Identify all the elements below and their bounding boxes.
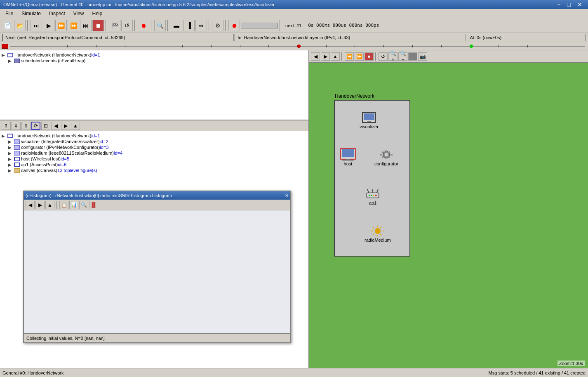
layout3-button[interactable]: ⇔ bbox=[195, 20, 207, 31]
canvas-zoom-out[interactable]: 🔍− bbox=[398, 52, 407, 61]
inspect-nav-up[interactable]: ▲ bbox=[71, 122, 80, 130]
fast-run-button[interactable]: ⏩ bbox=[55, 20, 67, 31]
close-button[interactable]: ✕ bbox=[575, 1, 585, 8]
open-button[interactable]: 📂 bbox=[14, 20, 26, 31]
svg-rect-10 bbox=[386, 157, 387, 159]
mod-icon-2 bbox=[14, 145, 20, 150]
tree-id-link[interactable]: id=1 bbox=[91, 52, 100, 57]
insp-item-6[interactable]: ▶ canvas (cCanvas) 13 toplevel figure(s) bbox=[2, 167, 307, 173]
insp-item-1[interactable]: ▶ visualizer (IntegratedCanvasVisualizer… bbox=[2, 139, 307, 144]
insp-link-3[interactable]: id=4 bbox=[114, 151, 122, 156]
svg-point-21 bbox=[369, 195, 370, 196]
until-button[interactable]: ⏭ bbox=[80, 20, 92, 31]
hist-copy[interactable]: 📋 bbox=[59, 201, 68, 209]
timeline-marker-green bbox=[470, 45, 473, 48]
canvas-anim1[interactable]: ⏪ bbox=[345, 52, 354, 61]
canvas-icon bbox=[14, 168, 20, 173]
node-visualizer[interactable]: visualizer bbox=[360, 111, 379, 129]
insp-item-5[interactable]: ▶ ap1 (AccessPoint) id=6 bbox=[2, 162, 307, 167]
hist-nav-fwd[interactable]: ▶ bbox=[35, 201, 45, 209]
node-host-label: host bbox=[344, 161, 353, 166]
insp-item-0[interactable]: ▶ HandoverNetwork (HandoverNetwork) id=1 bbox=[2, 133, 307, 139]
insp-link-2[interactable]: id=3 bbox=[100, 145, 108, 150]
canvas-refresh[interactable]: ↺ bbox=[379, 52, 388, 61]
status-left: General #0: HandoverNetwork bbox=[2, 370, 64, 375]
stop-button[interactable]: ⏹ bbox=[92, 20, 104, 31]
menu-inspect[interactable]: Inspect bbox=[45, 9, 69, 18]
svg-rect-12 bbox=[390, 154, 393, 156]
express-button[interactable]: ⏩ bbox=[68, 20, 79, 31]
timeline-marker-red bbox=[297, 45, 301, 48]
insp-link-5[interactable]: id=6 bbox=[58, 162, 66, 167]
canvas-anim2[interactable]: ⏩ bbox=[355, 52, 364, 61]
object-tree[interactable]: ▶ HandoverNetwork (HandoverNetwork) id=1… bbox=[0, 50, 308, 120]
record-button[interactable]: ⏺ bbox=[138, 20, 149, 31]
run-button[interactable]: ▶ bbox=[43, 20, 54, 31]
svg-point-24 bbox=[375, 195, 376, 196]
insp-link-1[interactable]: id=2 bbox=[100, 139, 108, 144]
flag-button[interactable]: 🏁 bbox=[109, 20, 120, 31]
inspect-btn4[interactable]: ⟳ bbox=[31, 122, 40, 130]
tree-arrow: ▶ bbox=[2, 53, 7, 57]
inspect-btn5[interactable]: ⊡ bbox=[41, 122, 50, 130]
insp-link-4[interactable]: id=5 bbox=[61, 156, 69, 161]
inspect-nav-back[interactable]: ◀ bbox=[51, 122, 60, 130]
insp-item-3[interactable]: ▶ radioMedium (Ieee80211ScalarRadioMediu… bbox=[2, 150, 307, 156]
menu-file[interactable]: File bbox=[2, 9, 17, 18]
menu-simulate[interactable]: Simulate bbox=[18, 9, 45, 18]
svg-rect-4 bbox=[342, 149, 354, 157]
hist-search[interactable]: 🔍 bbox=[79, 201, 88, 209]
network-box: HandoverNetwork visualizer bbox=[334, 100, 410, 257]
canvas-color[interactable] bbox=[408, 52, 417, 61]
node-configurator[interactable]: configurator bbox=[374, 148, 398, 166]
canvas-screenshot[interactable]: 📷 bbox=[418, 52, 427, 61]
time-display: 0s 000ms 000us 000ns 000ps bbox=[306, 23, 381, 28]
insp-link-0[interactable]: id=1 bbox=[91, 133, 100, 138]
new-button[interactable]: 📄 bbox=[2, 20, 13, 31]
tree-arrow-events: ▶ bbox=[8, 59, 14, 63]
tree-item-handover[interactable]: ▶ HandoverNetwork (HandoverNetwork) id=1 bbox=[2, 52, 307, 58]
inspect-btn3[interactable]: ⇧ bbox=[21, 122, 31, 130]
reload-button[interactable]: ↺ bbox=[121, 20, 133, 31]
canvas-nav-back[interactable]: ◀ bbox=[311, 52, 320, 61]
maximize-button[interactable]: □ bbox=[565, 1, 573, 8]
node-ap1[interactable]: ap1 bbox=[365, 187, 381, 205]
inspect-btn2[interactable]: ⇓ bbox=[12, 122, 21, 130]
canvas-nav-up[interactable]: ▲ bbox=[331, 52, 340, 61]
inspect-nav-fwd[interactable]: ▶ bbox=[61, 122, 70, 130]
minimize-button[interactable]: − bbox=[555, 1, 563, 8]
inspect-btn1[interactable]: ⇑ bbox=[2, 122, 11, 130]
menu-view[interactable]: View bbox=[70, 9, 88, 18]
svg-line-33 bbox=[380, 234, 381, 235]
settings-button[interactable]: ⚙ bbox=[212, 20, 223, 31]
hist-bar-chart[interactable]: ▐▌ bbox=[89, 201, 98, 209]
hist-chart[interactable]: 📊 bbox=[69, 201, 78, 209]
status-right: Msg stats: 5 scheduled / 41 existing / 4… bbox=[489, 370, 586, 375]
hist-nav-back[interactable]: ◀ bbox=[26, 201, 35, 209]
svg-rect-9 bbox=[386, 150, 387, 152]
svg-rect-2 bbox=[367, 121, 371, 122]
canvas-nav-fwd[interactable]: ▶ bbox=[321, 52, 330, 61]
canvas-stop-btn[interactable]: ■ bbox=[365, 52, 374, 61]
canvas-zoom-in[interactable]: 🔍+ bbox=[388, 52, 397, 61]
mod-icon-3 bbox=[14, 151, 20, 156]
layout2-button[interactable]: ▐ bbox=[183, 20, 195, 31]
menu-help[interactable]: Help bbox=[89, 9, 106, 18]
svg-line-31 bbox=[380, 227, 381, 228]
insp-link-6[interactable]: 13 toplevel figure(s) bbox=[57, 168, 97, 173]
svg-line-32 bbox=[373, 234, 374, 235]
insp-item-4[interactable]: ▶ host (WirelessHost) id=5 bbox=[2, 156, 307, 162]
node-host[interactable]: host bbox=[340, 148, 356, 166]
canvas-area[interactable]: HandoverNetwork visualizer bbox=[309, 63, 588, 368]
layout1-button[interactable]: ▬ bbox=[171, 20, 182, 31]
tree-item-events[interactable]: ▶ scheduled-events (cEventHeap) bbox=[2, 58, 307, 64]
insp-item-2[interactable]: ▶ configurator (IPv4NetworkConfigurator)… bbox=[2, 144, 307, 150]
step-button[interactable]: ⏭ bbox=[31, 20, 42, 31]
node-radiomedium[interactable]: radioMedium bbox=[365, 224, 391, 243]
record2-button[interactable]: ⏺ bbox=[228, 20, 240, 31]
hist-nav-up[interactable]: ▲ bbox=[45, 201, 54, 209]
right-panel: ◀ ▶ ▲ ⏪ ⏩ ■ ↺ 🔍+ 🔍− 📷 HandoverNetwork bbox=[309, 50, 588, 368]
gear-icon bbox=[378, 148, 395, 161]
search-button[interactable]: 🔍 bbox=[154, 20, 166, 31]
hist-close-btn[interactable]: ✕ bbox=[285, 193, 289, 198]
